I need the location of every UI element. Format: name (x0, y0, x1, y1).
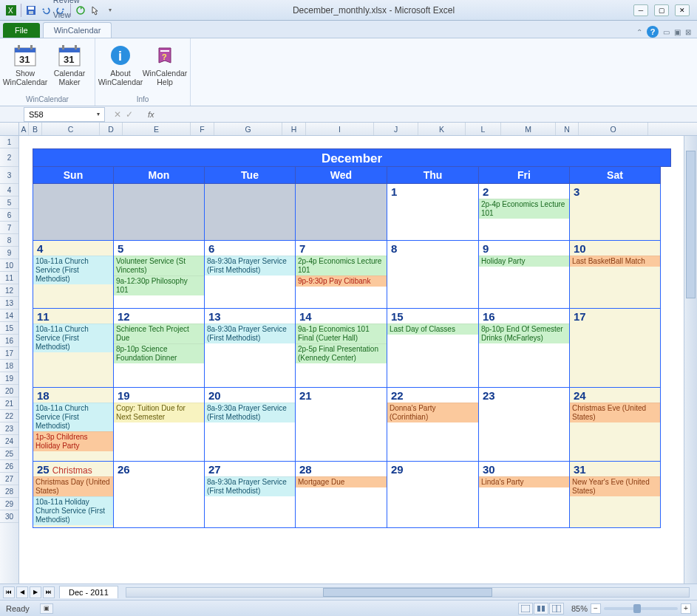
window-restore-icon[interactable]: ▣ (674, 28, 681, 36)
calendar-event[interactable]: Last Day of Classes (387, 324, 478, 335)
window-minimize-icon[interactable]: ▭ (663, 28, 670, 36)
calendar-cell[interactable]: 23 (479, 388, 570, 462)
calendar-event[interactable]: 2p-5p Final Presentation (Kennedy Center… (296, 343, 387, 363)
row-header[interactable]: 14 (0, 309, 18, 322)
column-header[interactable]: G (214, 123, 282, 135)
calendar-cell[interactable]: 8 (387, 241, 479, 309)
row-header[interactable]: 23 (0, 422, 18, 435)
column-header[interactable]: J (374, 123, 418, 135)
excel-icon[interactable]: X (4, 4, 18, 17)
calendar-cell[interactable]: 68a-9:30a Prayer Service (First Methodis… (205, 241, 296, 309)
column-header[interactable]: I (306, 123, 374, 135)
maximize-button[interactable]: ▢ (654, 4, 669, 16)
calendar-cell[interactable] (296, 184, 387, 241)
last-sheet-button[interactable]: ⏭ (43, 586, 55, 598)
zoom-slider[interactable] (604, 607, 678, 610)
row-header[interactable]: 25 (0, 448, 18, 460)
row-header[interactable]: 3 (0, 167, 18, 184)
zoom-in-button[interactable]: + (681, 603, 691, 614)
calendar-event[interactable]: 10a-11a Church Service (First Methodist) (33, 403, 113, 431)
sheet-tab[interactable]: Dec - 2011 (59, 586, 118, 598)
cells-area[interactable]: December SunMonTueWedThuFriSat 122p-4p E… (19, 136, 684, 584)
column-header[interactable]: M (501, 123, 556, 135)
close-button[interactable]: ✕ (675, 4, 690, 16)
horizontal-scrollbar[interactable] (126, 587, 690, 598)
calendar-cell[interactable]: 26 (114, 462, 205, 528)
row-header[interactable]: 26 (0, 460, 18, 473)
calendar-cell[interactable] (33, 184, 114, 241)
ribbon-button-calendar-maker[interactable]: 31CalendarMaker (49, 40, 90, 94)
calendar-event[interactable]: 8a-9:30a Prayer Service (First Methodist… (205, 324, 295, 343)
calendar-event[interactable]: Linda's Party (479, 476, 569, 487)
enter-icon[interactable]: ✓ (126, 109, 133, 120)
formula-input[interactable] (159, 108, 697, 121)
calendar-event[interactable]: 10a-11a Holiday Church Service (First Me… (33, 496, 113, 525)
calendar-event[interactable]: Mortgage Due (296, 476, 387, 487)
row-header[interactable]: 16 (0, 335, 18, 347)
row-header[interactable]: 28 (0, 485, 18, 498)
row-header[interactable]: 29 (0, 498, 18, 510)
column-header[interactable]: E (123, 123, 191, 135)
tab-view[interactable]: View (43, 7, 112, 22)
calendar-cell[interactable]: 30Linda's Party (479, 462, 570, 528)
fx-icon[interactable]: fx (148, 110, 154, 119)
calendar-event[interactable]: Christmas Eve (United States) (570, 403, 660, 422)
row-header[interactable]: 22 (0, 410, 18, 422)
column-header[interactable]: C (42, 123, 100, 135)
calendar-cell[interactable]: 1110a-11a Church Service (First Methodis… (33, 309, 114, 388)
calendar-event[interactable]: Holiday Party (479, 256, 569, 267)
calendar-cell[interactable]: 3 (570, 184, 661, 241)
calendar-event[interactable]: 8a-9:30a Prayer Service (First Methodist… (205, 403, 295, 422)
column-header[interactable]: B (29, 123, 42, 135)
calendar-cell[interactable]: 24Christmas Eve (United States) (570, 388, 661, 462)
calendar-event[interactable]: 9p-9:30p Pay Citibank (296, 276, 387, 287)
row-header[interactable]: 30 (0, 510, 18, 523)
calendar-event[interactable]: 9a-12:30p Philosophy 101 (114, 276, 204, 295)
calendar-cell[interactable]: 1810a-11a Church Service (First Methodis… (33, 388, 114, 462)
column-header[interactable]: H (282, 123, 306, 135)
help-icon[interactable]: ? (647, 26, 659, 38)
row-header[interactable]: 15 (0, 322, 18, 335)
calendar-event[interactable]: Copy: Tuition Due for Next Semester (114, 403, 204, 422)
zoom-value[interactable]: 85% (571, 604, 588, 613)
row-header[interactable]: 5 (0, 196, 18, 209)
select-all-corner[interactable] (0, 123, 19, 135)
calendar-cell[interactable]: 17 (570, 309, 661, 388)
row-header[interactable]: 6 (0, 209, 18, 222)
calendar-cell[interactable]: 21 (296, 388, 387, 462)
calendar-event[interactable]: 8p-10p End Of Semester Drinks (McFarleys… (479, 324, 569, 343)
calendar-cell[interactable]: 28Mortgage Due (296, 462, 387, 528)
calendar-event[interactable]: Schience Tech Project Due (114, 324, 204, 343)
minimize-button[interactable]: ─ (633, 4, 648, 16)
scrollbar-thumb[interactable] (686, 151, 696, 298)
row-header[interactable]: 9 (0, 247, 18, 259)
calendar-event[interactable]: 9a-1p Economics 101 Final (Cueter Hall) (296, 324, 387, 343)
page-layout-view-button[interactable] (534, 603, 548, 615)
calendar-cell[interactable]: 168p-10p End Of Semester Drinks (McFarle… (479, 309, 570, 388)
row-header[interactable]: 7 (0, 222, 18, 234)
column-header[interactable]: N (556, 123, 579, 135)
calendar-cell[interactable]: 19Copy: Tuition Due for Next Semester (114, 388, 205, 462)
calendar-event[interactable]: 2p-4p Economics Lecture 101 (296, 256, 387, 276)
tab-wincalendar[interactable]: WinCalendar (43, 22, 112, 38)
calendar-cell[interactable]: 25ChristmasChristmas Day (United States)… (33, 462, 114, 528)
window-close-icon[interactable]: ⊠ (685, 28, 691, 36)
calendar-cell[interactable]: 72p-4p Economics Lecture 1019p-9:30p Pay… (296, 241, 387, 309)
column-header[interactable]: O (579, 123, 648, 135)
save-icon[interactable] (24, 4, 38, 17)
calendar-event[interactable]: 2p-4p Economics Lecture 101 (479, 199, 569, 219)
ribbon-button-wincalendar-help[interactable]: ?WinCalendarHelp (144, 40, 186, 94)
row-header[interactable]: 2 (0, 148, 18, 167)
calendar-cell[interactable]: 15Last Day of Classes (387, 309, 479, 388)
tab-review[interactable]: Review (43, 0, 112, 7)
calendar-event[interactable]: Last BasketBall Match (570, 256, 660, 267)
page-break-view-button[interactable] (549, 603, 564, 615)
calendar-event[interactable]: Donna's Party (Corinthian) (387, 403, 478, 422)
row-header[interactable]: 11 (0, 272, 18, 284)
cancel-icon[interactable]: ✕ (114, 109, 121, 120)
calendar-cell[interactable] (205, 184, 296, 241)
calendar-cell[interactable]: 149a-1p Economics 101 Final (Cueter Hall… (296, 309, 387, 388)
calendar-cell[interactable]: 31New Year's Eve (United States) (570, 462, 661, 528)
row-header[interactable]: 12 (0, 284, 18, 297)
calendar-event[interactable]: 8a-9:30a Prayer Service (First Methodist… (205, 256, 295, 276)
